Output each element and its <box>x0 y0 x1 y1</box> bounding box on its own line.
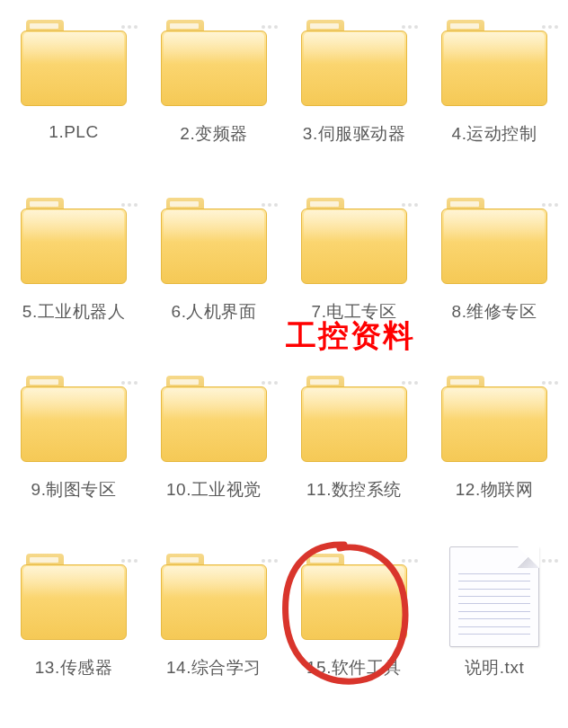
folder-item[interactable]: 4.运动控制 <box>424 9 564 187</box>
item-label: 2.变频器 <box>180 122 247 146</box>
folder-item[interactable]: 5.工业机器人 <box>4 187 144 365</box>
txt-file-item[interactable]: 说明.txt <box>424 543 564 721</box>
folder-item[interactable]: 13.传感器 <box>4 543 144 721</box>
folder-icon <box>296 187 413 295</box>
folder-icon <box>155 187 272 295</box>
item-label: 3.伺服驱动器 <box>303 122 405 146</box>
folder-icon <box>155 9 272 117</box>
txt-file-icon <box>436 543 553 651</box>
folder-icon <box>15 543 132 651</box>
folder-icon <box>155 365 272 473</box>
folder-icon <box>436 365 553 473</box>
item-label: 9.制图专区 <box>31 478 117 502</box>
folder-item[interactable]: 12.物联网 <box>424 365 564 543</box>
folder-icon <box>296 365 413 473</box>
item-label: 1.PLC <box>49 122 98 142</box>
folder-item[interactable]: 8.维修专区 <box>424 187 564 365</box>
item-label: 6.人机界面 <box>172 300 257 324</box>
folder-item[interactable]: 11.数控系统 <box>284 365 424 543</box>
item-label: 12.物联网 <box>456 478 533 502</box>
folder-icon <box>15 187 132 295</box>
item-label: 10.工业视觉 <box>166 478 262 502</box>
item-label: 4.运动控制 <box>452 122 537 146</box>
item-label: 说明.txt <box>465 656 524 679</box>
folder-item[interactable]: 15.软件工具 <box>284 543 424 721</box>
folder-item[interactable]: 9.制图专区 <box>4 365 144 543</box>
item-label: 5.工业机器人 <box>22 300 125 324</box>
folder-item[interactable]: 2.变频器 <box>144 9 284 187</box>
item-label: 13.传感器 <box>35 656 112 679</box>
folder-icon <box>15 365 132 473</box>
folder-item[interactable]: 6.人机界面 <box>144 187 284 365</box>
item-label: 7.电工专区 <box>312 300 397 324</box>
folder-icon <box>436 9 553 117</box>
folder-icon <box>15 9 132 117</box>
folder-item[interactable]: 10.工业视觉 <box>144 365 284 543</box>
folder-icon <box>296 9 413 117</box>
folder-item[interactable]: 7.电工专区 <box>284 187 424 365</box>
folder-item[interactable]: 14.综合学习 <box>144 543 284 721</box>
item-label: 8.维修专区 <box>452 300 537 324</box>
file-grid: 1.PLC 2.变频器 3.伺服驱动器 4.运动控制 5.工业机器人 <box>0 0 568 728</box>
item-label: 15.软件工具 <box>306 656 402 679</box>
folder-item[interactable]: 1.PLC <box>4 9 144 187</box>
folder-icon <box>155 543 272 651</box>
folder-icon <box>296 543 413 651</box>
item-label: 14.综合学习 <box>166 656 262 679</box>
item-label: 11.数控系统 <box>306 478 402 502</box>
folder-icon <box>436 187 553 295</box>
folder-item[interactable]: 3.伺服驱动器 <box>284 9 424 187</box>
